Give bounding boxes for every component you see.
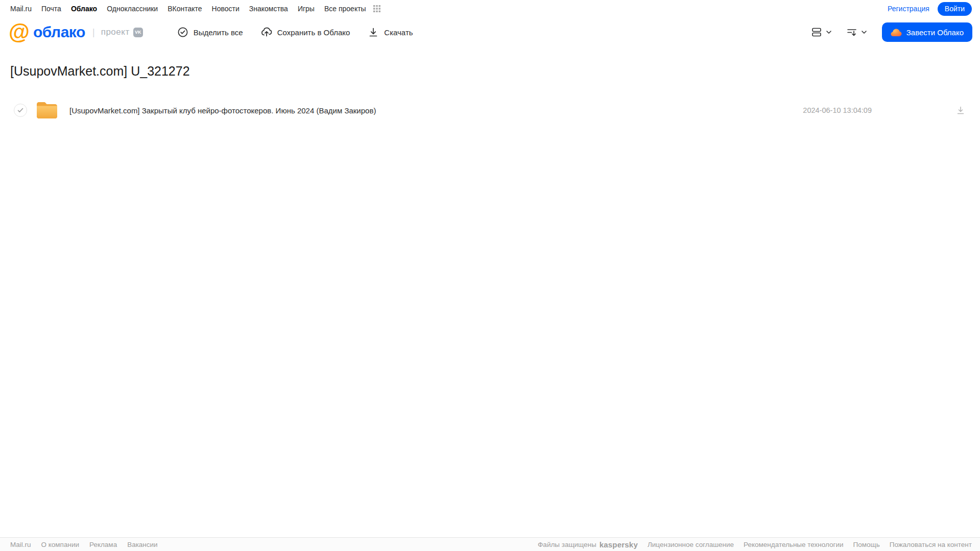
cloud-logo-icon (891, 28, 902, 37)
list-view-icon (810, 26, 823, 38)
footer-right-links: Файлы защищены kaspersky Лицензионное со… (538, 540, 972, 549)
kaspersky-logo[interactable]: kaspersky (600, 540, 638, 549)
cloud-logo[interactable]: @ облако | проект VK (9, 22, 143, 42)
create-cloud-button[interactable]: Завести Облако (882, 22, 972, 42)
select-all-label: Выделить все (194, 28, 243, 37)
vk-badge-icon: VK (133, 28, 143, 37)
footer-license-link[interactable]: Лицензионное соглашение (648, 541, 734, 548)
folder-icon (36, 101, 58, 119)
sort-icon (846, 26, 858, 38)
register-link[interactable]: Регистрация (888, 5, 929, 13)
select-all-button[interactable]: Выделить все (177, 26, 243, 38)
kaspersky-protection: Файлы защищены kaspersky (538, 540, 638, 549)
nav-znakomstva[interactable]: Знакомства (249, 5, 288, 13)
footer: Mail.ru О компании Реклама Вакансии Файл… (0, 537, 980, 551)
chevron-down-icon (861, 29, 868, 36)
login-button[interactable]: Войти (938, 2, 972, 16)
footer-about-link[interactable]: О компании (41, 541, 79, 548)
nav-vkontakte[interactable]: ВКонтакте (168, 5, 202, 13)
row-download-button[interactable] (955, 105, 966, 115)
header: @ облако | проект VK Выделить все Сохран… (0, 17, 980, 47)
nav-igry[interactable]: Игры (298, 5, 315, 13)
footer-help-link[interactable]: Помощь (853, 541, 880, 548)
file-date: 2024-06-10 13:04:09 (803, 106, 872, 114)
page-title: [UsupovMarket.com] U_321272 (10, 64, 980, 79)
nav-oblako[interactable]: Облако (71, 5, 97, 13)
nav-mailru[interactable]: Mail.ru (10, 5, 32, 13)
protected-label: Файлы защищены (538, 541, 596, 548)
nav-pochta[interactable]: Почта (41, 5, 61, 13)
main-content: [UsupovMarket.com] U_321272 [UsupovMarke… (0, 47, 980, 122)
apps-grid-icon[interactable] (373, 5, 381, 13)
sort-selector[interactable] (844, 24, 870, 40)
chevron-down-icon (825, 29, 832, 36)
top-nav: Mail.ru Почта Облако Одноклассники ВКонт… (0, 0, 980, 17)
download-button[interactable]: Скачать (367, 26, 413, 38)
nav-odnoklassniki[interactable]: Одноклассники (107, 5, 158, 13)
header-right-controls: Завести Облако (808, 22, 972, 42)
file-name-link[interactable]: [UsupovMarket.com] Закрытый клуб нейро-ф… (69, 106, 376, 115)
logo-divider: | (92, 27, 95, 38)
logo-wordmark: облако (33, 23, 85, 41)
file-row[interactable]: [UsupovMarket.com] Закрытый клуб нейро-ф… (0, 99, 980, 122)
footer-ads-link[interactable]: Реклама (89, 541, 117, 548)
footer-recommendations-link[interactable]: Рекомендательные технологии (744, 541, 843, 548)
cloud-upload-icon (260, 26, 273, 38)
footer-jobs-link[interactable]: Вакансии (127, 541, 158, 548)
view-mode-selector[interactable] (808, 24, 834, 40)
mailru-at-icon: @ (9, 22, 30, 42)
toolbar: Выделить все Сохранить в Облако Скачать (177, 26, 413, 38)
save-to-cloud-label: Сохранить в Облако (277, 28, 350, 37)
download-label: Скачать (384, 28, 413, 37)
footer-report-link[interactable]: Пожаловаться на контент (890, 541, 972, 548)
download-icon (367, 26, 379, 38)
nav-novosti[interactable]: Новости (212, 5, 240, 13)
create-cloud-label: Завести Облако (906, 28, 964, 37)
footer-mailru-link[interactable]: Mail.ru (10, 541, 31, 548)
project-label: проект (101, 27, 130, 37)
save-to-cloud-button[interactable]: Сохранить в Облако (260, 26, 350, 38)
nav-vse-proekty[interactable]: Все проекты (324, 5, 366, 13)
row-checkbox[interactable] (14, 104, 27, 117)
check-circle-icon (177, 26, 189, 38)
footer-left-links: Mail.ru О компании Реклама Вакансии (10, 541, 158, 548)
